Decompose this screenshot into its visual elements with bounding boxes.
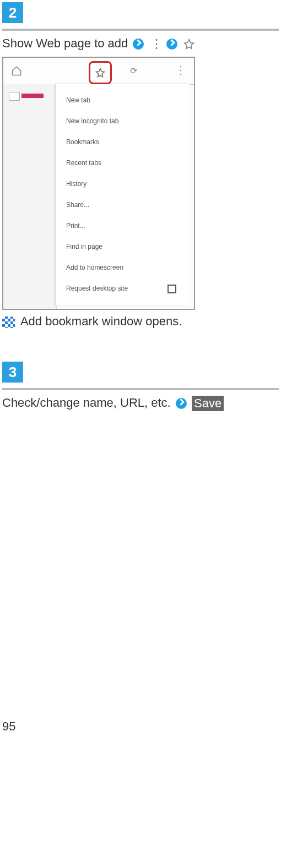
step-section: 2 Show Web page to add ⋮ ⟳ ⋮ New tab bbox=[2, 2, 279, 329]
menu-item: Share... bbox=[66, 194, 180, 215]
tab-indicator-icon bbox=[9, 92, 20, 101]
menu-item: Bookmarks bbox=[66, 132, 180, 152]
step-section: 3 Check/change name, URL, etc. Save bbox=[2, 362, 279, 411]
arrow-icon bbox=[176, 398, 187, 409]
kebab-menu-icon: ⋮ bbox=[175, 63, 186, 77]
menu-item: Print... bbox=[66, 215, 180, 236]
step-text: Show Web page to add bbox=[2, 36, 128, 50]
step-text: Check/change name, URL, etc. bbox=[2, 396, 171, 410]
result-text: Add bookmark window opens. bbox=[20, 314, 182, 328]
menu-item: New incognito tab bbox=[66, 111, 180, 132]
screenshot-menu-list: New tab New incognito tab Bookmarks Rece… bbox=[56, 84, 190, 304]
step-number-badge: 3 bbox=[2, 362, 23, 383]
menu-item: Request desktop site bbox=[66, 278, 180, 299]
screenshot-dropdown: New tab New incognito tab Bookmarks Rece… bbox=[56, 84, 190, 305]
screenshot-toolbar: ⟳ ⋮ bbox=[3, 58, 194, 85]
step-instruction: Show Web page to add ⋮ bbox=[2, 36, 279, 51]
kebab-menu-icon: ⋮ bbox=[150, 37, 160, 51]
menu-item: New tab bbox=[66, 90, 180, 111]
divider bbox=[2, 388, 279, 390]
arrow-icon bbox=[133, 39, 144, 50]
arrow-icon bbox=[166, 39, 177, 50]
step-result: Add bookmark window opens. bbox=[2, 314, 279, 329]
home-icon bbox=[11, 65, 22, 77]
menu-item: Add to homescreen bbox=[66, 257, 180, 278]
divider bbox=[2, 29, 279, 31]
step-instruction: Check/change name, URL, etc. Save bbox=[2, 396, 279, 411]
menu-item: Recent tabs bbox=[66, 152, 180, 173]
page-number: 95 bbox=[2, 719, 279, 734]
save-button[interactable]: Save bbox=[192, 396, 224, 411]
menu-item: Find in page bbox=[66, 236, 180, 257]
screenshot-left-panel bbox=[3, 84, 57, 309]
result-flag-icon bbox=[2, 316, 15, 328]
star-highlighted-icon bbox=[89, 61, 112, 84]
reload-icon: ⟳ bbox=[130, 65, 141, 77]
step-number-badge: 2 bbox=[2, 2, 23, 23]
menu-item: History bbox=[66, 173, 180, 194]
embedded-screenshot: ⟳ ⋮ New tab New incognito tab Bookmarks … bbox=[2, 57, 195, 310]
star-outline-icon bbox=[183, 39, 194, 50]
